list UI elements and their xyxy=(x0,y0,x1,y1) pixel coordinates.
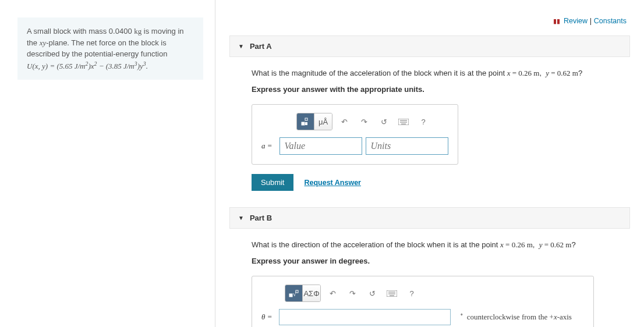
greek-button[interactable]: ΑΣΦ xyxy=(303,285,320,301)
format-tools: μÅ xyxy=(296,113,332,130)
part-a-instruction: Express your answer with the appropriate… xyxy=(252,85,630,94)
request-answer-link[interactable]: Request Answer xyxy=(304,179,360,187)
part-a-header[interactable]: ▼ Part A xyxy=(229,35,630,57)
svg-rect-1 xyxy=(305,118,307,120)
post-units: ∘ counterclockwise from the +x-axis xyxy=(460,312,572,322)
collapse-icon: ▼ xyxy=(238,43,244,49)
keyboard-button[interactable] xyxy=(384,285,400,301)
txt: A small block with mass 0.0400 xyxy=(27,27,134,35)
submit-button[interactable]: Submit xyxy=(252,174,293,191)
unit: kg xyxy=(134,27,141,35)
units-button[interactable]: μÅ xyxy=(314,113,332,130)
undo-button[interactable]: ↶ xyxy=(324,285,341,301)
part-a-question: What is the magnitude of the acceleratio… xyxy=(252,69,630,78)
help-button[interactable]: ? xyxy=(415,113,431,130)
undo-button[interactable]: ↶ xyxy=(336,113,352,130)
part-a-answer-box: μÅ ↶ ↷ ↺ ? a = xyxy=(252,104,458,165)
collapse-icon: ▼ xyxy=(238,215,244,221)
svg-rect-2 xyxy=(305,122,307,125)
review-link[interactable]: Review xyxy=(564,17,588,25)
svg-rect-9 xyxy=(296,290,298,293)
value-input[interactable] xyxy=(279,137,362,155)
svg-rect-7 xyxy=(289,294,292,297)
part-a-lhs: a = xyxy=(261,141,273,151)
format-tools: √ ΑΣΦ xyxy=(285,285,321,302)
templates-button[interactable]: √ xyxy=(285,285,303,301)
txt: -plane. The net force on the block is de… xyxy=(27,38,167,59)
potential-function: U(x, y) = (5.65 J/m2)x2 − (3.85 J/m3)y3. xyxy=(27,62,148,70)
theta-input[interactable] xyxy=(279,309,451,325)
reset-button[interactable]: ↺ xyxy=(364,285,380,301)
part-b-question: What is the direction of the acceleratio… xyxy=(252,240,630,250)
constants-link[interactable]: Constants xyxy=(594,17,627,25)
reset-button[interactable]: ↺ xyxy=(376,113,392,130)
part-b-instruction: Express your answer in degrees. xyxy=(252,257,630,265)
svg-rect-0 xyxy=(302,122,305,125)
help-button[interactable]: ? xyxy=(404,285,420,301)
units-input[interactable] xyxy=(366,137,448,155)
book-icon: ▮▮ xyxy=(553,17,560,24)
problem-statement: A small block with mass 0.0400 kg is mov… xyxy=(17,17,203,80)
templates-button[interactable] xyxy=(297,113,314,130)
separator: | xyxy=(590,16,594,25)
part-a-title: Part A xyxy=(250,42,272,51)
part-b-lhs: θ = xyxy=(261,312,272,322)
part-b-title: Part B xyxy=(250,214,272,222)
redo-button[interactable]: ↷ xyxy=(356,113,372,130)
redo-button[interactable]: ↷ xyxy=(344,285,360,301)
var-xy: xy xyxy=(40,38,47,47)
part-b-header[interactable]: ▼ Part B xyxy=(229,207,630,229)
keyboard-button[interactable] xyxy=(395,113,412,130)
part-b-answer-box: √ ΑΣΦ ↶ ↷ ↺ ? θ = xyxy=(252,276,594,327)
header-links: ▮▮ Review | Constants xyxy=(215,0,644,35)
